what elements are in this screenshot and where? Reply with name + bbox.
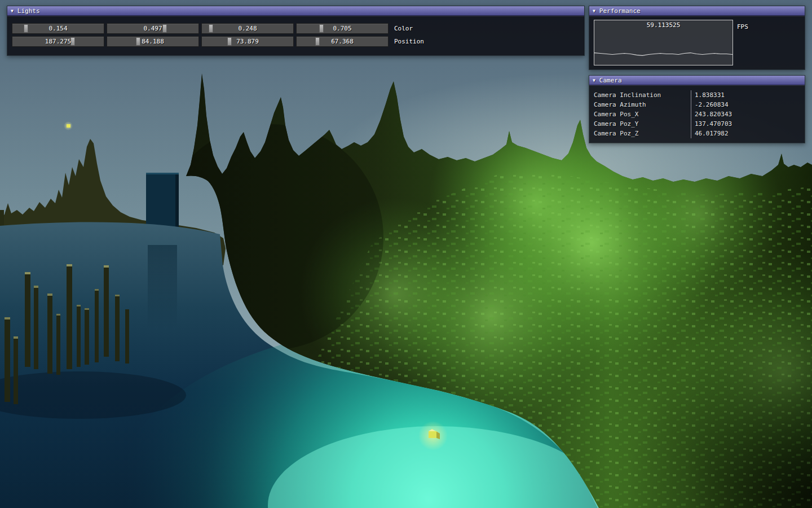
camera-row-label: Camera Inclination <box>589 90 691 100</box>
slider-handle[interactable] <box>209 24 213 33</box>
camera-row-value[interactable]: 46.017982 <box>691 129 805 138</box>
camera-row-value[interactable]: 137.470703 <box>691 119 805 129</box>
camera-row-pos-x: Camera Pos_X 243.820343 <box>589 110 805 119</box>
camera-row-azimuth: Camera Azimuth -2.260834 <box>589 100 805 110</box>
camera-panel: ▼ Camera Camera Inclination 1.838331 Cam… <box>589 75 805 143</box>
distant-light-dot <box>64 121 73 130</box>
camera-row-label: Camera Poz_Y <box>589 119 691 129</box>
slider-handle[interactable] <box>227 37 232 46</box>
slider-handle[interactable] <box>162 24 167 33</box>
slider-handle[interactable] <box>136 37 140 46</box>
lights-panel: ▼ Lights 0.154 0.497 0.248 0.7 <box>7 6 585 56</box>
camera-row-value[interactable]: -2.260834 <box>691 100 805 110</box>
light-position-slider-x[interactable]: 187.275 <box>12 36 104 47</box>
camera-row-pos-z: Camera Poz_Z 46.017982 <box>589 129 805 138</box>
lights-panel-titlebar[interactable]: ▼ Lights <box>7 6 584 16</box>
camera-row-pos-y: Camera Poz_Y 137.470703 <box>589 119 805 129</box>
camera-row-label: Camera Poz_Z <box>589 129 691 138</box>
light-color-slider-a[interactable]: 0.705 <box>296 23 389 34</box>
monolith-reflection <box>148 245 177 330</box>
slider-handle[interactable] <box>315 37 320 46</box>
light-position-slider-y[interactable]: 84.188 <box>107 36 199 47</box>
camera-row-value[interactable]: 243.820343 <box>691 110 805 119</box>
slider-value: 187.275 <box>12 37 104 46</box>
performance-panel: ▼ Performance 59.113525 FPS <box>589 6 805 70</box>
app-window: ▼ Lights 0.154 0.497 0.248 0.7 <box>0 0 812 508</box>
slider-value: 0.705 <box>297 24 388 33</box>
color-row-label: Color <box>394 25 413 32</box>
fps-graph: 59.113525 <box>594 20 733 65</box>
light-position-slider-z[interactable]: 73.879 <box>201 36 294 47</box>
lights-panel-body: 0.154 0.497 0.248 0.705 Color <box>7 16 584 55</box>
performance-panel-body: 59.113525 FPS <box>589 16 805 69</box>
light-position-row: 187.275 84.188 73.879 67.368 Position <box>12 36 584 47</box>
camera-row-value[interactable]: 1.838331 <box>691 90 805 100</box>
slider-value: 0.248 <box>202 24 293 33</box>
collapse-triangle-icon[interactable]: ▼ <box>11 6 14 16</box>
slider-value: 67.368 <box>297 37 388 46</box>
slider-handle[interactable] <box>24 24 28 33</box>
camera-panel-body: Camera Inclination 1.838331 Camera Azimu… <box>589 85 805 143</box>
fps-value: 59.113525 <box>594 21 732 29</box>
slider-value: 73.879 <box>202 37 293 46</box>
fps-label: FPS <box>737 23 748 30</box>
position-row-label: Position <box>394 38 424 45</box>
light-cube <box>418 421 448 450</box>
performance-panel-titlebar[interactable]: ▼ Performance <box>589 6 805 16</box>
collapse-triangle-icon[interactable]: ▼ <box>593 76 595 85</box>
slider-handle[interactable] <box>319 24 324 33</box>
light-color-slider-g[interactable]: 0.497 <box>107 23 199 34</box>
slider-value: 84.188 <box>107 37 198 46</box>
slider-handle[interactable] <box>70 37 75 46</box>
camera-row-label: Camera Pos_X <box>589 110 691 119</box>
camera-panel-title: Camera <box>599 76 622 85</box>
light-position-slider-w[interactable]: 67.368 <box>296 36 389 47</box>
camera-row-inclination: Camera Inclination 1.838331 <box>589 90 805 100</box>
slider-value: 0.497 <box>107 24 198 33</box>
camera-panel-titlebar[interactable]: ▼ Camera <box>589 76 805 85</box>
light-color-slider-b[interactable]: 0.248 <box>201 23 294 34</box>
lights-panel-title: Lights <box>17 6 40 16</box>
light-color-slider-r[interactable]: 0.154 <box>12 23 104 34</box>
performance-panel-title: Performance <box>599 6 641 16</box>
collapse-triangle-icon[interactable]: ▼ <box>593 6 595 16</box>
camera-row-label: Camera Azimuth <box>589 100 691 110</box>
light-color-row: 0.154 0.497 0.248 0.705 Color <box>12 23 584 34</box>
